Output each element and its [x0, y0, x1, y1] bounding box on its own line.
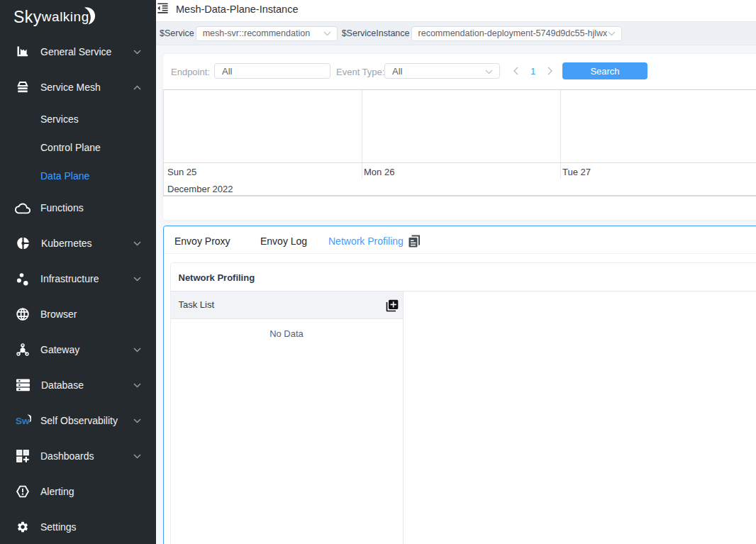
- svg-text:Sw: Sw: [16, 416, 30, 426]
